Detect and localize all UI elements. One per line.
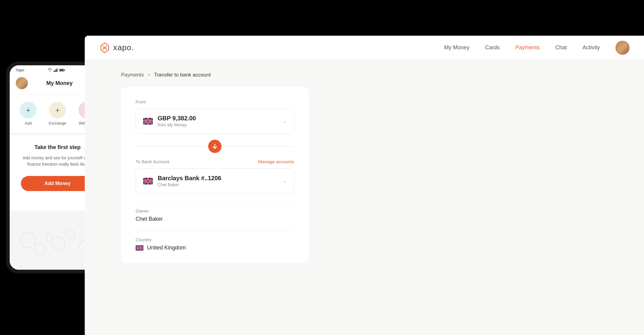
svg-rect-5 [60, 69, 64, 71]
breadcrumb-current: Transfer to bank account [154, 72, 211, 78]
web-panel: xapo. My Money Cards Payments Chat Activ… [85, 36, 644, 335]
battery-icon [59, 68, 65, 72]
svg-point-10 [66, 229, 75, 239]
manage-accounts-link[interactable]: Manage accounts [258, 159, 294, 164]
svg-point-8 [34, 244, 45, 255]
owner-section: Owner Chet Baker [136, 202, 294, 222]
to-bank-header: To Bank Account Manage accounts [136, 159, 294, 164]
phone-exchange-action[interactable]: ＋ Exchange [49, 102, 66, 125]
svg-point-9 [51, 236, 65, 250]
exchange-circle: ＋ [49, 102, 66, 119]
avatar-image [616, 41, 629, 54]
to-chevron-icon: ⌄ [283, 178, 287, 184]
xapo-logo-icon [99, 42, 110, 53]
from-label: From [136, 99, 294, 104]
logo-text: xapo. [113, 43, 134, 52]
add-circle: ＋ [20, 102, 37, 119]
svg-rect-1 [55, 70, 56, 72]
bank-name: Barclays Bank #..1206 [158, 175, 278, 182]
main-content: Payments > Transfer to bank account From… [85, 60, 644, 275]
svg-rect-6 [64, 70, 65, 71]
from-account-info: GBP 9,382.00 from My Money [158, 115, 278, 127]
navbar: xapo. My Money Cards Payments Chat Activ… [85, 36, 644, 60]
owner-label: Owner [136, 208, 294, 213]
to-bank-info: Barclays Bank #..1206 Chet Baker [158, 175, 278, 187]
from-chevron-icon: ⌄ [283, 118, 287, 124]
country-row: United Kingdom [136, 245, 294, 251]
status-app-name: Xapo [16, 68, 24, 72]
from-account-selector[interactable]: GBP 9,382.00 from My Money ⌄ [136, 109, 294, 134]
phone-app-title: My Money [46, 80, 73, 86]
owner-value: Chet Baker [136, 216, 294, 222]
exchange-label: Exchange [49, 121, 66, 125]
to-flag-icon [143, 178, 153, 184]
breadcrumb: Payments > Transfer to bank account [121, 72, 608, 78]
phone-add-action[interactable]: ＋ Add [20, 102, 37, 125]
nav-cards[interactable]: Cards [485, 44, 500, 51]
country-flag-icon [136, 245, 143, 251]
nav-my-money[interactable]: My Money [444, 44, 469, 51]
bank-owner-sub: Chet Baker [158, 182, 278, 187]
transfer-form-card: From GBP 9,382.00 from My Money ⌄ [121, 87, 309, 263]
nav-chat[interactable]: Chat [555, 44, 567, 51]
country-section: Country United Kingdom [136, 231, 294, 251]
status-icons [48, 68, 65, 72]
breadcrumb-payments[interactable]: Payments [121, 72, 144, 78]
user-avatar[interactable] [616, 41, 629, 55]
promo-title: Take the first step [34, 144, 81, 151]
wifi-icon [48, 68, 52, 72]
signal-icon [54, 68, 58, 72]
add-label: Add [25, 121, 32, 125]
arrow-down-circle [208, 140, 222, 153]
to-bank-selector[interactable]: Barclays Bank #..1206 Chet Baker ⌄ [136, 168, 294, 194]
exchange-icon: ＋ [54, 105, 61, 115]
add-money-button[interactable]: Add Money [21, 176, 94, 191]
svg-point-7 [20, 233, 35, 248]
add-icon: ＋ [25, 105, 32, 115]
svg-rect-3 [57, 68, 58, 72]
nav-activity[interactable]: Activity [583, 44, 600, 51]
arrow-down-icon [212, 143, 218, 149]
to-bank-label: To Bank Account [136, 159, 169, 164]
svg-rect-2 [56, 69, 57, 72]
logo: xapo. [99, 42, 134, 53]
nav-links: My Money Cards Payments Chat Activity [444, 44, 600, 51]
country-label: Country [136, 237, 294, 242]
avatar [16, 77, 28, 89]
arrow-divider [136, 134, 294, 159]
country-value: United Kingdom [147, 245, 186, 251]
from-flag-icon [143, 118, 153, 125]
from-sub: from My Money [158, 122, 278, 127]
breadcrumb-separator: > [148, 72, 150, 78]
svg-rect-0 [54, 71, 54, 72]
from-amount: GBP 9,382.00 [158, 115, 278, 122]
svg-point-12 [47, 233, 51, 241]
nav-payments[interactable]: Payments [515, 44, 540, 51]
